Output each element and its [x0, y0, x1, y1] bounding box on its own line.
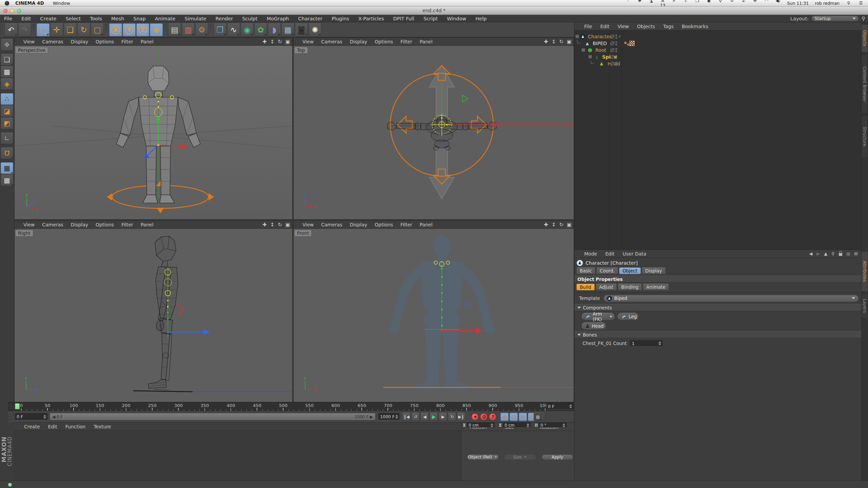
menu-item[interactable]: Function [65, 424, 86, 429]
menu-item[interactable]: Create [24, 424, 40, 429]
menu-item[interactable]: Tools [90, 16, 102, 21]
lock-workplane-icon[interactable]: ▦ [1, 162, 13, 174]
tree-row-character[interactable]: ♟ Character ✓ [574, 33, 861, 40]
visibility-toggle[interactable] [610, 62, 614, 66]
viewport-menu-item[interactable]: Options [96, 222, 114, 227]
editor-render-dots[interactable] [615, 48, 617, 50]
rotate-view-icon[interactable]: ↻ [278, 39, 282, 45]
viewport-grip[interactable] [295, 39, 300, 44]
start-frame-field[interactable]: 0 F [15, 413, 47, 420]
enabled-check-icon[interactable]: ✓ [618, 34, 622, 39]
viewport-menu-item[interactable]: Options [375, 222, 393, 227]
section-bones[interactable]: Bones [574, 331, 861, 338]
viewport-menu-item[interactable]: View [23, 39, 35, 44]
points-mode-icon[interactable]: ∴ [1, 93, 13, 105]
maximize-view-icon[interactable]: ▣ [567, 39, 572, 45]
tree-label[interactable]: BIPED [593, 41, 607, 46]
coordinate-mode-dropdown[interactable]: Object (Rel) [467, 454, 499, 460]
viewport-menu-item[interactable]: Display [71, 39, 88, 44]
tab-build[interactable]: Build [576, 284, 595, 290]
previous-frame-button[interactable]: ◀ [420, 413, 429, 421]
viewport-menu-item[interactable]: View [302, 39, 314, 44]
spotlight-search-icon[interactable]: ⚲ [846, 1, 852, 5]
panel-grip[interactable] [16, 424, 21, 429]
menu-item[interactable]: Create [40, 16, 56, 21]
deformer-icon[interactable]: ◗ [268, 23, 281, 36]
menu-item[interactable]: Character [298, 16, 322, 21]
move-tool-icon[interactable]: ✛ [50, 23, 63, 36]
tab-object[interactable]: Object [619, 267, 641, 274]
viewport-menu-item[interactable]: Filter [400, 39, 412, 44]
apple-menu-icon[interactable] [5, 1, 9, 5]
menu-item[interactable]: DPIT Full [393, 16, 414, 21]
timeline-ruler[interactable]: 0501001502002503003504004505005506006507… [8, 402, 574, 411]
visibility-toggle[interactable] [610, 35, 614, 39]
menu-item[interactable]: Edit [600, 24, 609, 29]
tab-display[interactable]: Display [642, 267, 666, 274]
range-start-handle[interactable]: ◀ 0 F [52, 414, 63, 419]
texture-tag-icon[interactable] [629, 41, 635, 46]
spinner-arrows-icon[interactable] [658, 341, 661, 346]
maximize-view-icon[interactable]: ▣ [567, 222, 572, 228]
lock-icon[interactable] [839, 253, 842, 256]
menu-bar-user[interactable]: rob redman [815, 1, 840, 6]
lock-y-axis-icon[interactable]: Y [123, 23, 136, 36]
tab-basic[interactable]: Basic [576, 267, 595, 274]
viewport-grip[interactable] [16, 39, 21, 44]
workplane-mode-icon[interactable]: ◈ [1, 78, 13, 90]
timeline-grip[interactable] [9, 404, 14, 410]
size-mode-dropdown[interactable]: Size [504, 454, 536, 460]
tab-content-browser[interactable]: Content Browser [862, 54, 868, 114]
editor-render-dots[interactable] [615, 35, 617, 36]
rotate-view-icon[interactable]: ↻ [559, 39, 564, 45]
workplane-icon[interactable]: ▦ [1, 175, 13, 186]
zoom-view-icon[interactable]: ↕ [552, 222, 556, 228]
menu-bar-clock[interactable]: Sun 11:31 [787, 1, 809, 6]
playbar-grip[interactable] [8, 414, 13, 420]
spinner-arrows-icon[interactable] [490, 423, 493, 427]
panel-grip[interactable] [576, 251, 581, 256]
menu-item[interactable]: Script [423, 16, 438, 21]
viewport-front-canvas[interactable]: Y X [294, 229, 574, 402]
editor-render-dots[interactable] [615, 55, 617, 57]
add-leg-button[interactable]: Leg [618, 313, 638, 320]
menu-item[interactable]: View [618, 24, 629, 29]
menu-item[interactable]: Tags [663, 24, 674, 29]
viewport-menu-item[interactable]: Display [350, 222, 367, 227]
viewport-label[interactable]: Right [15, 230, 33, 237]
add-cube-object-icon[interactable]: ❒ [214, 23, 226, 36]
viewport-right[interactable]: ViewCamerasDisplayOptionsFilterPanel ✚↕↻… [14, 220, 293, 403]
make-editable-icon[interactable]: ❖ [1, 39, 13, 50]
search-icon[interactable]: ⚲ [831, 251, 835, 256]
tree-row-root[interactable]: ☻ Root [574, 47, 861, 54]
key-position-button[interactable]: ✛ [500, 413, 509, 421]
tab-adjust[interactable]: Adjust [596, 284, 617, 290]
pan-view-icon[interactable]: ✚ [544, 39, 548, 45]
enable-axis-icon[interactable]: ∟ [1, 133, 13, 144]
menu-item[interactable]: Select [66, 16, 81, 21]
render-view-icon[interactable]: ▤ [168, 23, 181, 36]
history-back-icon[interactable]: ◀ [809, 251, 812, 256]
keyframe-selection-button[interactable]: ? [489, 413, 496, 421]
snap-settings-icon[interactable]: Ω [1, 147, 13, 159]
viewport-menu-item[interactable]: Cameras [42, 222, 63, 227]
menu-item[interactable]: Render [216, 16, 233, 21]
polygon-mode-icon[interactable]: ◩ [1, 118, 13, 129]
expander-icon[interactable] [582, 48, 585, 52]
spinner-arrows-icon[interactable] [526, 423, 529, 427]
menu-item[interactable]: File [4, 16, 12, 21]
tree-label[interactable]: Root [595, 47, 606, 53]
menu-item[interactable]: Window [447, 16, 466, 21]
add-arm-fk-button[interactable]: Arm (FK) [582, 313, 614, 320]
model-mode-icon[interactable]: ❑ [1, 54, 13, 65]
panel-grip[interactable] [576, 24, 581, 29]
menu-item[interactable]: File [584, 24, 592, 29]
range-end-handle[interactable]: 1000 F ▶ [355, 414, 373, 419]
toolbar-separator[interactable] [209, 23, 212, 36]
zoom-view-icon[interactable]: ↕ [270, 222, 275, 228]
mac-menu-item[interactable]: Window [53, 1, 70, 6]
pick-object-icon[interactable]: ▲ [824, 251, 827, 256]
goto-end-button[interactable]: ▶❙ [457, 413, 465, 421]
current-frame-field[interactable]: 0 F [546, 403, 573, 410]
record-keyframe-button[interactable]: ✦ [471, 413, 479, 421]
